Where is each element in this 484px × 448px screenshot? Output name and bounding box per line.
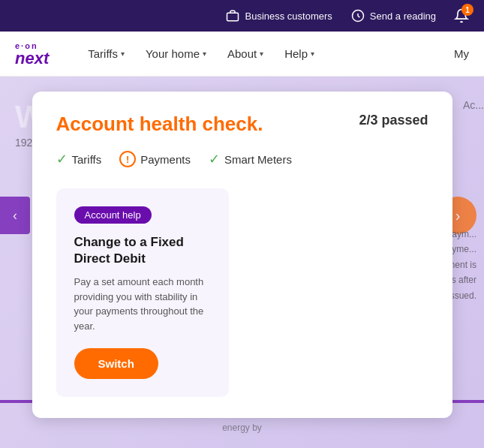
about-label: About xyxy=(227,47,257,60)
notifications-link[interactable]: 1 xyxy=(454,8,469,23)
logo-next: next xyxy=(15,50,49,67)
check-label-tariffs: Tariffs xyxy=(72,153,102,166)
tariffs-chevron-icon: ▾ xyxy=(121,50,125,58)
your-home-chevron-icon: ▾ xyxy=(203,50,206,58)
send-reading-label: Send a reading xyxy=(370,11,436,22)
notification-badge: 1 xyxy=(454,8,469,23)
notification-count: 1 xyxy=(461,4,473,16)
nav-item-about[interactable]: About ▾ xyxy=(218,41,272,66)
modal-title: Account health check. xyxy=(56,113,263,136)
nav-items: Tariffs ▾ Your home ▾ About ▾ Help ▾ xyxy=(79,41,454,66)
modal-overlay: Account health check. 2/3 passed ✓ Tarif… xyxy=(0,77,484,448)
help-chevron-icon: ▾ xyxy=(311,50,314,58)
business-customers-link[interactable]: Business customers xyxy=(225,8,332,23)
modal: Account health check. 2/3 passed ✓ Tarif… xyxy=(32,92,452,418)
your-home-label: Your home xyxy=(146,47,200,60)
switch-button[interactable]: Switch xyxy=(74,348,158,379)
check-pass-icon-smart-meters: ✓ xyxy=(209,151,220,167)
modal-score: 2/3 passed xyxy=(359,113,428,128)
check-item-tariffs: ✓ Tariffs xyxy=(56,151,102,167)
check-item-smart-meters: ✓ Smart Meters xyxy=(209,151,292,167)
card-description: Pay a set amount each month providing yo… xyxy=(74,275,211,333)
send-reading-link[interactable]: Send a reading xyxy=(350,8,436,23)
help-label: Help xyxy=(284,47,308,60)
nav-item-your-home[interactable]: Your home ▾ xyxy=(137,41,215,66)
check-label-smart-meters: Smart Meters xyxy=(224,153,292,166)
nav-item-help[interactable]: Help ▾ xyxy=(275,41,323,66)
check-item-payments: ! Payments xyxy=(119,151,191,167)
page-background: Wo 192 G... Ac... ‹ › t paym... payme...… xyxy=(0,77,484,448)
business-customers-label: Business customers xyxy=(245,11,332,22)
account-help-card: Account help Change to a Fixed Direct De… xyxy=(56,188,229,397)
card-tag: Account help xyxy=(74,206,152,224)
modal-header: Account health check. 2/3 passed xyxy=(56,113,428,136)
card-title: Change to a Fixed Direct Debit xyxy=(74,234,211,267)
check-pass-icon-tariffs: ✓ xyxy=(56,151,68,167)
briefcase-icon xyxy=(225,8,240,23)
about-chevron-icon: ▾ xyxy=(260,50,263,58)
nav-item-tariffs[interactable]: Tariffs ▾ xyxy=(79,41,134,66)
meter-icon xyxy=(350,8,365,23)
tariffs-label: Tariffs xyxy=(88,47,118,60)
check-warning-icon-payments: ! xyxy=(119,151,136,167)
my-label: My xyxy=(454,47,469,60)
top-bar: Business customers Send a reading 1 xyxy=(0,0,484,32)
modal-checks: ✓ Tariffs ! Payments ✓ Smart Meters xyxy=(56,151,428,167)
nav-bar: e·on next Tariffs ▾ Your home ▾ About ▾ … xyxy=(0,32,484,77)
nav-item-my[interactable]: My xyxy=(454,47,469,60)
svg-rect-0 xyxy=(227,13,239,21)
logo[interactable]: e·on next xyxy=(15,41,49,67)
check-label-payments: Payments xyxy=(140,153,191,166)
